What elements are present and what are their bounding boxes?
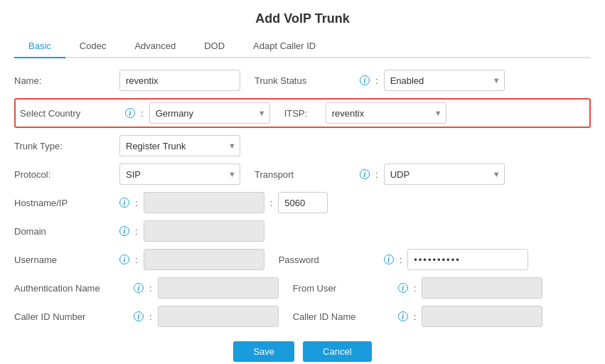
domain-input[interactable] xyxy=(144,220,264,242)
row-auth-fromuser: Authentication Name i : From User i : xyxy=(14,277,591,299)
trunk-type-select-wrapper: Register Trunk Peer Trunk ▼ xyxy=(119,135,240,156)
row-trunk-type: Trunk Type: Register Trunk Peer Trunk ▼ xyxy=(14,135,591,156)
caller-id-number-group: Caller ID Number i : xyxy=(14,306,279,327)
button-row: Save Cancel xyxy=(14,341,591,362)
domain-label: Domain xyxy=(14,226,114,237)
cancel-button[interactable]: Cancel xyxy=(303,341,371,362)
protocol-select-wrapper: SIP IAX2 ▼ xyxy=(119,164,240,185)
transport-select-wrapper: UDP TCP TLS ▼ xyxy=(384,164,505,185)
port-input[interactable] xyxy=(278,192,328,213)
country-info-icon[interactable]: i xyxy=(125,108,135,118)
country-select[interactable]: Germany United States United Kingdom xyxy=(149,102,270,124)
trunk-status-select[interactable]: Enabled Disabled xyxy=(384,70,505,91)
trunk-type-label: Trunk Type: xyxy=(14,141,114,151)
caller-id-number-info-icon[interactable]: i xyxy=(134,311,144,321)
form: Name: Trunk Status i : Enabled Disabled … xyxy=(14,70,591,327)
row-callerid: Caller ID Number i : Caller ID Name i : xyxy=(14,306,591,327)
from-user-group: From User i : xyxy=(293,277,543,299)
caller-id-name-label: Caller ID Name xyxy=(293,311,392,322)
transport-select[interactable]: UDP TCP TLS xyxy=(384,164,505,185)
auth-name-label: Authentication Name xyxy=(14,283,128,294)
auth-name-group: Authentication Name i : xyxy=(14,277,279,299)
itsp-select[interactable]: reventix xyxy=(326,102,446,124)
auth-name-info-icon[interactable]: i xyxy=(134,283,144,293)
username-info-icon[interactable]: i xyxy=(119,255,129,264)
domain-group: Domain i : xyxy=(14,220,264,242)
tab-advanced[interactable]: Advanced xyxy=(120,35,190,58)
tab-dod[interactable]: DOD xyxy=(190,35,239,58)
tab-bar: Basic Codec Advanced DOD Adapt Caller ID xyxy=(14,35,591,58)
domain-info-icon[interactable]: i xyxy=(119,226,129,236)
password-label: Password xyxy=(279,255,378,265)
protocol-label: Protocol: xyxy=(14,169,114,180)
row-hostname: Hostname/IP i : : xyxy=(14,192,591,213)
trunk-type-select[interactable]: Register Trunk Peer Trunk xyxy=(119,135,240,156)
name-input[interactable] xyxy=(119,70,240,91)
page-title: Add VoIP Trunk xyxy=(14,11,591,26)
row-name-status: Name: Trunk Status i : Enabled Disabled … xyxy=(14,70,591,91)
transport-info-icon[interactable]: i xyxy=(360,169,370,179)
username-group: Username i : xyxy=(14,249,264,270)
caller-id-number-input[interactable] xyxy=(158,306,279,327)
hostname-info-icon[interactable]: i xyxy=(119,198,129,208)
password-info-icon[interactable]: i xyxy=(384,255,394,264)
trunk-status-group: Trunk Status i : Enabled Disabled ▼ xyxy=(255,70,505,91)
country-select-wrapper: Germany United States United Kingdom ▼ xyxy=(149,102,270,124)
save-button[interactable]: Save xyxy=(233,341,294,362)
from-user-input[interactable] xyxy=(422,277,542,299)
row-username-password: Username i : Password i : xyxy=(14,249,591,270)
trunk-type-group: Trunk Type: Register Trunk Peer Trunk ▼ xyxy=(14,135,240,156)
name-label: Name: xyxy=(14,75,114,86)
auth-name-input[interactable] xyxy=(158,277,279,299)
from-user-label: From User xyxy=(293,283,392,294)
trunk-status-label: Trunk Status xyxy=(255,75,354,86)
transport-group: Transport i : UDP TCP TLS ▼ xyxy=(255,164,505,185)
caller-id-name-input[interactable] xyxy=(422,306,542,327)
protocol-group: Protocol: SIP IAX2 ▼ xyxy=(14,164,240,185)
row-domain: Domain i : xyxy=(14,220,591,242)
itsp-select-wrapper: reventix ▼ xyxy=(326,102,446,124)
hostname-group: Hostname/IP i : : xyxy=(14,192,328,213)
password-input[interactable] xyxy=(407,249,528,270)
itsp-group: ITSP: reventix ▼ xyxy=(284,102,446,124)
itsp-label: ITSP: xyxy=(284,108,320,119)
caller-id-name-group: Caller ID Name i : xyxy=(293,306,543,327)
password-group: Password i : xyxy=(279,249,529,270)
name-group: Name: xyxy=(14,70,240,91)
country-label: Select Country xyxy=(20,108,119,119)
row-country-itsp: Select Country i : Germany United States… xyxy=(14,98,591,128)
trunk-status-info-icon[interactable]: i xyxy=(360,75,370,85)
row-protocol-transport: Protocol: SIP IAX2 ▼ Transport i : UDP T… xyxy=(14,164,591,185)
hostname-label: Hostname/IP xyxy=(14,198,114,208)
trunk-status-select-wrapper: Enabled Disabled ▼ xyxy=(384,70,505,91)
caller-id-name-info-icon[interactable]: i xyxy=(398,311,408,321)
username-input[interactable] xyxy=(144,249,264,270)
tab-basic[interactable]: Basic xyxy=(14,35,65,58)
hostname-input[interactable] xyxy=(144,192,264,213)
tab-codec[interactable]: Codec xyxy=(65,35,121,58)
tab-adapt-caller-id[interactable]: Adapt Caller ID xyxy=(239,35,330,58)
from-user-info-icon[interactable]: i xyxy=(398,283,408,293)
country-group: Select Country i : Germany United States… xyxy=(20,102,270,124)
username-label: Username xyxy=(14,255,114,265)
caller-id-number-label: Caller ID Number xyxy=(14,311,128,322)
transport-label: Transport xyxy=(255,169,354,180)
protocol-select[interactable]: SIP IAX2 xyxy=(119,164,240,185)
